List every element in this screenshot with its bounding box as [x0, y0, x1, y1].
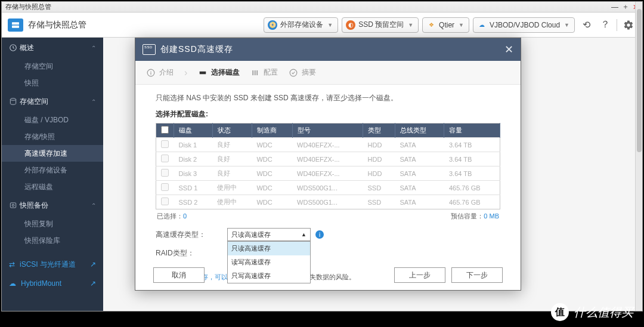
- chevron-up-icon: ⌃: [91, 202, 96, 209]
- sidebar-link-iscsi[interactable]: ⇄iSCSI 与光纤通道 ↗: [2, 255, 103, 274]
- svg-rect-11: [255, 70, 256, 75]
- dropdown-option[interactable]: 只读高速缓存: [228, 242, 310, 255]
- select-all-header[interactable]: [156, 124, 174, 138]
- wizard-steps: 介绍 › 选择磁盘 配置 摘要: [135, 61, 521, 85]
- selected-count: 0: [183, 212, 187, 220]
- table-row[interactable]: Disk 3良好WDCWD40EFZX-...HDDSATA3.64 TB: [156, 166, 500, 181]
- instruction-text: 只能选择 NAS 中安装的 SSD 来创建 SSD 高速缓存，请至少选择一个磁盘…: [156, 93, 500, 103]
- table-row[interactable]: Disk 2良好WDCWD40EFZX-...HDDSATA3.64 TB: [156, 152, 500, 166]
- select-all-checkbox[interactable]: [161, 126, 169, 134]
- step-intro[interactable]: 介绍: [146, 67, 174, 78]
- cancel-button[interactable]: 取消: [153, 267, 205, 283]
- sidebar-group-storage[interactable]: 存储空间 ⌃: [2, 91, 103, 112]
- ssd-icon: [143, 44, 156, 55]
- sidebar-item-snapshot-vault[interactable]: 快照保险库: [2, 232, 103, 249]
- row-checkbox[interactable]: [161, 155, 169, 162]
- sidebar-item-disk-vjbod[interactable]: 磁盘 / VJBOD: [2, 112, 103, 128]
- watermark-icon: 值: [551, 303, 569, 321]
- vertical-scrollbar[interactable]: [635, 2, 642, 311]
- svg-rect-1: [12, 25, 19, 27]
- select-disk-label: 选择并配置磁盘:: [156, 109, 500, 119]
- sidebar-group-snapshot-backup[interactable]: 快照备份 ⌃: [2, 195, 103, 215]
- app-toolbar: 存储与快照总管 📀 外部存储设备▼ ◐ SSD 预留空间▼ ❖ Qtier▼ ☁…: [2, 13, 642, 38]
- dialog-header: 创建SSD高速缓存 ✕: [135, 38, 521, 61]
- svg-rect-9: [200, 71, 206, 74]
- pill-qtier[interactable]: ❖ Qtier▼: [422, 17, 469, 33]
- table-row[interactable]: Disk 1良好WDCWD40EFZX-...HDDSATA3.64 TB: [156, 138, 500, 152]
- sidebar-item-external[interactable]: 外部存储设备: [2, 162, 103, 178]
- minimize-button[interactable]: —: [611, 3, 618, 11]
- pill-vjbod[interactable]: ☁ VJBOD/VJBOD Cloud▼: [473, 17, 575, 33]
- dropdown-caret-icon: ▲: [301, 232, 306, 237]
- svg-rect-4: [10, 203, 16, 208]
- watermark: 值 什么值得买: [551, 303, 633, 321]
- dropdown-option[interactable]: 只写高速缓存: [228, 269, 310, 283]
- table-row[interactable]: SSD 2使用中WDCWDS500G1...SSDSATA465.76 GB: [156, 195, 500, 209]
- help-icon[interactable]: ？: [597, 17, 613, 33]
- step-configure[interactable]: 配置: [250, 67, 278, 78]
- svg-point-7: [150, 70, 151, 71]
- window-title: 存储与快照总管: [5, 2, 51, 11]
- sidebar-item-overview-snapshot[interactable]: 快照: [2, 75, 103, 91]
- row-checkbox[interactable]: [161, 183, 169, 191]
- svg-point-3: [10, 98, 16, 101]
- prev-button[interactable]: 上一步: [394, 267, 445, 283]
- create-ssd-cache-dialog: 创建SSD高速缓存 ✕ 介绍 › 选择磁盘 配置 摘要 只能选择 NAS 中: [135, 38, 521, 291]
- step-select-disk[interactable]: 选择磁盘: [198, 67, 240, 78]
- row-checkbox[interactable]: [161, 140, 169, 148]
- refresh-icon[interactable]: ⟲: [578, 17, 594, 33]
- row-checkbox[interactable]: [161, 169, 169, 177]
- dropdown-option[interactable]: 读写高速缓存: [228, 255, 310, 269]
- maximize-button[interactable]: ＋: [622, 2, 629, 12]
- info-icon[interactable]: i: [315, 230, 324, 239]
- raid-type-label: RAID类型：: [156, 248, 227, 258]
- app-icon: [8, 18, 23, 32]
- sidebar-group-overview[interactable]: 概述 ⌃: [2, 38, 103, 58]
- sidebar-item-remote-disk[interactable]: 远程磁盘: [2, 178, 103, 195]
- settings-icon[interactable]: [621, 17, 636, 33]
- external-link-icon: ↗: [90, 260, 96, 269]
- chevron-up-icon: ⌃: [91, 98, 96, 105]
- sliders-icon: [250, 68, 260, 78]
- sidebar: 概述 ⌃ 存储空间 快照 存储空间 ⌃ 磁盘 / VJBOD 存储/快照 高速缓…: [2, 38, 103, 311]
- svg-rect-12: [257, 70, 258, 75]
- svg-rect-8: [150, 72, 151, 75]
- table-row[interactable]: SSD 1使用中WDCWDS500G1...SSDSATA465.76 GB: [156, 181, 500, 195]
- pill-ssd-over[interactable]: ◐ SSD 预留空间▼: [342, 17, 419, 33]
- sidebar-item-cache-accel[interactable]: 高速缓存加速: [2, 145, 103, 162]
- cache-type-select[interactable]: 只读高速缓存 ▲: [227, 228, 311, 241]
- app-title: 存储与快照总管: [28, 20, 86, 30]
- dialog-title: 创建SSD高速缓存: [160, 44, 233, 55]
- row-checkbox[interactable]: [161, 198, 169, 205]
- cache-type-label: 高速缓存类型：: [156, 230, 227, 240]
- check-icon: [289, 68, 298, 78]
- next-button[interactable]: 下一步: [451, 267, 503, 283]
- disk-table: 磁盘 状态 制造商 型号 类型 总线类型 容量 Disk 1良好WDCWD40E…: [156, 123, 500, 209]
- chevron-up-icon: ⌃: [91, 45, 96, 51]
- cache-type-dropdown: 只读高速缓存 读写高速缓存 只写高速缓存: [227, 241, 311, 283]
- sidebar-item-overview-storage[interactable]: 存储空间: [2, 58, 103, 75]
- svg-point-5: [12, 204, 14, 206]
- sidebar-link-hybridmount[interactable]: ☁HybridMount ↗: [2, 274, 103, 293]
- scrollbar-thumb[interactable]: [637, 9, 642, 152]
- sidebar-item-storage-snapshot[interactable]: 存储/快照: [2, 128, 103, 145]
- external-link-icon: ↗: [90, 279, 96, 288]
- step-summary[interactable]: 摘要: [289, 67, 316, 78]
- info-icon: [146, 68, 156, 78]
- estimated-capacity: 0 MB: [484, 212, 499, 220]
- dialog-close-button[interactable]: ✕: [504, 43, 513, 56]
- window-titlebar: 存储与快照总管 — ＋ ✕: [2, 2, 642, 13]
- sidebar-item-snapshot-replica[interactable]: 快照复制: [2, 215, 103, 232]
- disk-icon: [198, 68, 208, 78]
- arrow-icon: ›: [184, 67, 187, 78]
- svg-rect-10: [253, 70, 254, 75]
- pill-external-storage[interactable]: 📀 外部存储设备▼: [264, 17, 338, 33]
- svg-point-13: [290, 69, 297, 76]
- svg-rect-0: [12, 22, 19, 24]
